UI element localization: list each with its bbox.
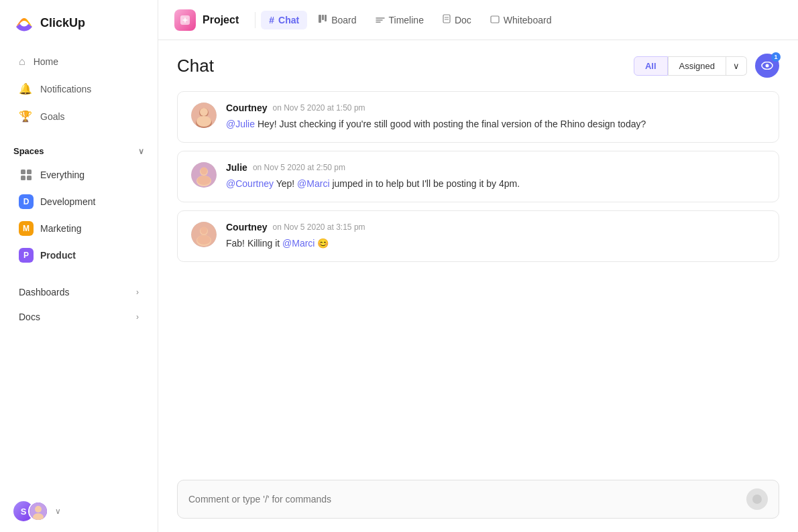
watchers-badge: 1 — [771, 52, 781, 62]
sidebar-item-development[interactable]: D Development — [5, 189, 152, 214]
tab-doc[interactable]: Doc — [435, 10, 479, 29]
footer-chevron-icon[interactable]: ∨ — [55, 507, 61, 516]
grid-icon — [19, 168, 34, 182]
board-icon — [318, 14, 327, 25]
message-time: on Nov 5 2020 at 3:15 pm — [272, 222, 365, 232]
chevron-right-icon: › — [136, 312, 139, 322]
message-header: Julie on Nov 5 2020 at 2:50 pm — [226, 162, 765, 173]
svg-point-29 — [197, 176, 211, 185]
message-text: Hey! Just checking if you're still good … — [255, 119, 646, 129]
home-icon: ⌂ — [19, 56, 25, 68]
sidebar: ClickUp ⌂ Home 🔔 Notifications 🏆 Goals S… — [0, 0, 158, 532]
user-avatars[interactable]: S — [13, 501, 48, 521]
filter-all-button[interactable]: All — [634, 56, 668, 76]
project-icon — [174, 9, 196, 31]
spaces-chevron-icon[interactable]: ∨ — [138, 147, 144, 156]
sidebar-item-label: Home — [34, 56, 58, 67]
svg-point-28 — [201, 168, 207, 175]
user-avatar-2 — [28, 501, 48, 521]
message-content: Courtney on Nov 5 2020 at 3:15 pm Fab! K… — [226, 222, 765, 251]
svg-rect-2 — [21, 176, 25, 180]
sidebar-item-marketing[interactable]: M Marketing — [5, 216, 152, 241]
space-badge-d: D — [19, 194, 34, 209]
message-content: Julie on Nov 5 2020 at 2:50 pm @Courtney… — [226, 162, 765, 191]
message-content: Courtney on Nov 5 2020 at 1:50 pm @Julie… — [226, 103, 765, 131]
mention[interactable]: @Courtney — [226, 178, 274, 189]
svg-point-35 — [752, 494, 762, 504]
whiteboard-icon — [490, 15, 500, 25]
chat-header: Chat All Assigned ∨ 1 — [158, 40, 798, 86]
sidebar-item-notifications[interactable]: 🔔 Notifications — [5, 76, 152, 102]
spaces-section-header: Spaces ∨ — [0, 138, 158, 161]
sidebar-item-everything[interactable]: Everything — [5, 162, 152, 188]
message-body: @Julie Hey! Just checking if you're stil… — [226, 117, 765, 131]
watchers-button[interactable]: 1 — [755, 54, 779, 78]
tab-label: Timeline — [389, 15, 424, 25]
sidebar-item-label: Notifications — [40, 84, 91, 94]
mention[interactable]: @Julie — [226, 119, 255, 129]
doc-icon — [443, 14, 451, 25]
tab-whiteboard[interactable]: Whiteboard — [482, 11, 560, 29]
svg-point-23 — [200, 108, 208, 116]
sidebar-item-label: Goals — [40, 111, 65, 122]
messages-list: Courtney on Nov 5 2020 at 1:50 pm @Julie… — [158, 86, 798, 472]
svg-point-34 — [197, 235, 211, 245]
tab-label: Doc — [455, 15, 471, 25]
send-button[interactable] — [746, 488, 768, 510]
svg-rect-17 — [491, 16, 499, 23]
comment-input-wrap — [177, 480, 779, 519]
filter-assigned-button[interactable]: Assigned — [668, 56, 726, 76]
project-title: Project — [203, 14, 239, 26]
message-text-2: jumped in to help but I'll be posting it… — [330, 178, 520, 189]
spaces-label: Spaces — [13, 146, 44, 156]
tab-chat[interactable]: # Chat — [261, 11, 307, 29]
message-body: @Courtney Yep! @Marci jumped in to help … — [226, 177, 765, 191]
sidebar-item-product[interactable]: P Product — [5, 243, 152, 268]
main-content: Project # Chat Board Timeline Doc — [158, 0, 798, 532]
tab-timeline[interactable]: Timeline — [367, 11, 432, 29]
sidebar-item-label: Dashboards — [19, 287, 70, 297]
avatar — [191, 222, 217, 247]
message-card: Courtney on Nov 5 2020 at 3:15 pm Fab! K… — [177, 210, 779, 262]
clickup-logo-icon — [13, 12, 35, 34]
svg-point-33 — [201, 227, 207, 235]
sidebar-item-goals[interactable]: 🏆 Goals — [5, 103, 152, 129]
sidebar-item-home[interactable]: ⌂ Home — [5, 49, 152, 74]
message-author: Courtney — [226, 222, 267, 232]
message-author: Courtney — [226, 103, 267, 113]
svg-rect-8 — [319, 15, 321, 23]
tab-label: Whiteboard — [504, 15, 552, 25]
hash-icon: # — [269, 15, 274, 25]
logo-text: ClickUp — [40, 16, 85, 30]
message-body: Fab! Killing it @Marci 😊 — [226, 237, 765, 251]
chat-title: Chat — [177, 56, 214, 76]
svg-rect-0 — [21, 170, 25, 174]
filter-dropdown-button[interactable]: ∨ — [726, 56, 747, 76]
svg-rect-1 — [27, 170, 32, 174]
svg-rect-9 — [322, 15, 324, 20]
message-text-1: Yep! — [274, 178, 297, 189]
message-header: Courtney on Nov 5 2020 at 3:15 pm — [226, 222, 765, 232]
message-time: on Nov 5 2020 at 1:50 pm — [272, 103, 365, 113]
topbar: Project # Chat Board Timeline Doc — [158, 0, 798, 40]
message-author: Julie — [226, 162, 247, 173]
comment-input[interactable] — [188, 494, 746, 505]
svg-point-19 — [766, 64, 769, 68]
sidebar-item-label: Marketing — [40, 223, 81, 234]
sidebar-item-dashboards[interactable]: Dashboards › — [5, 280, 152, 304]
mention[interactable]: @Marci — [282, 238, 315, 249]
sidebar-item-docs[interactable]: Docs › — [5, 305, 152, 329]
sidebar-item-label: Everything — [40, 170, 84, 180]
filter-assigned-label: Assigned — [679, 61, 715, 71]
avatar — [191, 103, 217, 128]
mention-2[interactable]: @Marci — [297, 178, 329, 189]
sidebar-item-label: Docs — [19, 312, 40, 322]
comment-area — [158, 472, 798, 532]
tab-board[interactable]: Board — [310, 10, 364, 29]
chat-filters: All Assigned ∨ — [634, 56, 747, 76]
chat-area: Chat All Assigned ∨ 1 — [158, 40, 798, 532]
trophy-icon: 🏆 — [19, 110, 32, 123]
chevron-right-icon: › — [136, 287, 139, 297]
space-badge-m: M — [19, 221, 34, 236]
bell-icon: 🔔 — [19, 82, 32, 95]
